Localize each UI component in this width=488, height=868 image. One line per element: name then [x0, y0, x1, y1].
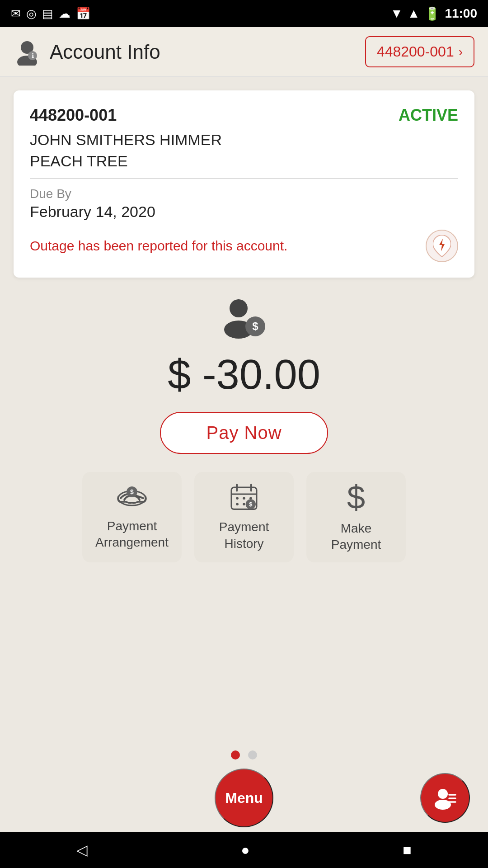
account-card: 448200-001 ACTIVE JOHN SMITHERS HIMMER P…: [14, 90, 474, 278]
android-navbar: ◁ ● ■: [0, 832, 488, 868]
lightning-pin-icon: [433, 235, 451, 257]
payment-history-label: Payment History: [219, 519, 269, 552]
due-date-value: February 14, 2020: [30, 203, 458, 221]
wifi-icon: ▼: [390, 6, 403, 21]
menu-button-label: Menu: [225, 790, 263, 807]
balance-icon: $: [217, 296, 271, 343]
dollar-sign-icon: $: [344, 481, 369, 513]
svg-point-5: [230, 299, 248, 317]
svg-text:ℹ: ℹ: [32, 52, 34, 59]
svg-point-19: [236, 503, 239, 506]
action-buttons-row: $ Payment Arrangement: [14, 472, 474, 562]
svg-text:$: $: [249, 501, 253, 508]
chevron-right-icon: ›: [459, 45, 463, 59]
circle-icon: ◎: [26, 7, 37, 21]
account-location: PEACH TREE: [30, 152, 458, 179]
signal-icon: ▲: [408, 6, 420, 21]
bottom-navigation: Menu: [0, 773, 488, 832]
gmail-icon: ✉: [11, 7, 21, 21]
sim-icon: ▤: [42, 7, 53, 21]
status-bar-left: ✉ ◎ ▤ ☁ 📅: [11, 7, 90, 21]
pay-now-button[interactable]: Pay Now: [160, 412, 328, 454]
svg-text:$: $: [347, 481, 365, 513]
account-selector-button[interactable]: 448200-001 ›: [365, 36, 474, 67]
payment-arrangement-button[interactable]: $ Payment Arrangement: [82, 472, 182, 562]
contacts-fab-button[interactable]: [420, 773, 470, 823]
payment-arrangement-label: Payment Arrangement: [95, 518, 169, 551]
account-status: ACTIVE: [399, 106, 458, 125]
svg-point-16: [236, 497, 239, 500]
account-number-label: 448200-001: [377, 43, 454, 60]
svg-point-20: [243, 503, 245, 506]
header-left: ℹ Account Info: [14, 38, 160, 66]
card-account-number: 448200-001: [30, 106, 117, 125]
status-bar-right: ▼ ▲ 🔋 11:00: [390, 6, 477, 21]
user-dollar-icon: $: [217, 296, 271, 341]
main-content: 448200-001 ACTIVE JOHN SMITHERS HIMMER P…: [0, 77, 488, 773]
menu-button[interactable]: Menu: [215, 769, 273, 827]
back-button[interactable]: ◁: [76, 841, 88, 859]
cloud-icon: ☁: [59, 7, 70, 21]
recents-button[interactable]: ■: [403, 842, 411, 859]
svg-point-24: [438, 789, 448, 799]
battery-icon: 🔋: [424, 6, 440, 21]
outage-row: Outage has been reported for this accoun…: [30, 230, 458, 262]
make-payment-label: Make Payment: [331, 520, 381, 553]
balance-section: $ $ -30.00 Pay Now: [14, 296, 474, 454]
svg-point-17: [243, 497, 245, 500]
contacts-icon: [433, 786, 458, 811]
calendar-icon: 📅: [76, 7, 90, 21]
svg-point-25: [435, 800, 451, 810]
user-avatar-icon: ℹ: [14, 38, 41, 66]
status-bar: ✉ ◎ ▤ ☁ 📅 ▼ ▲ 🔋 11:00: [0, 0, 488, 27]
handshake-icon: $: [116, 484, 148, 511]
pagination-dot-1: [231, 750, 240, 760]
header: ℹ Account Info 448200-001 ›: [0, 27, 488, 77]
due-by-label: Due By: [30, 187, 458, 201]
pagination-dot-2: [248, 750, 257, 760]
outage-message: Outage has been reported for this accoun…: [30, 238, 426, 254]
make-payment-button[interactable]: $ Make Payment: [306, 472, 406, 562]
outage-location-button[interactable]: [426, 230, 458, 262]
svg-text:$: $: [252, 320, 258, 332]
time-display: 11:00: [445, 6, 477, 21]
pagination-dots: [14, 750, 474, 760]
card-header: 448200-001 ACTIVE: [30, 106, 458, 125]
page-title: Account Info: [50, 41, 160, 63]
payment-history-icon: $: [228, 482, 260, 512]
payment-history-button[interactable]: $ Payment History: [194, 472, 294, 562]
svg-text:$: $: [130, 488, 134, 495]
balance-amount: $ -30.00: [168, 351, 320, 398]
account-holder-name: JOHN SMITHERS HIMMER: [30, 131, 458, 149]
home-button[interactable]: ●: [241, 842, 249, 859]
